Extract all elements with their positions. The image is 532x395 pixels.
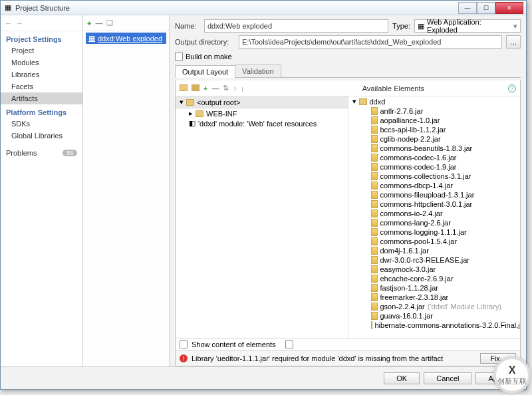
- folder-icon: [186, 99, 194, 106]
- jar-item[interactable]: bccs-api-lib-1.1.2.jar: [348, 125, 521, 134]
- jar-item[interactable]: commons-codec-1.6.jar: [348, 153, 521, 162]
- maximize-button[interactable]: ☐: [477, 2, 495, 14]
- sidebar-item-project[interactable]: Project: [1, 45, 82, 57]
- jar-item[interactable]: freemarker-2.3.18.jar: [348, 293, 521, 302]
- jar-icon: [371, 144, 378, 152]
- jar-item[interactable]: hibernate-commons-annotations-3.2.0.Fina…: [348, 321, 521, 330]
- new-folder-icon[interactable]: [180, 84, 188, 92]
- titlebar[interactable]: ▦ Project Structure — ☐ ✕: [1, 1, 526, 15]
- jar-item[interactable]: cglib-nodep-2.2.jar: [348, 134, 521, 144]
- tree-item-webinf[interactable]: ▸ WEB-INF: [176, 108, 348, 118]
- jar-item[interactable]: commons-collections-3.1.jar: [348, 172, 521, 181]
- jar-label: easymock-3.0.jar: [380, 265, 436, 273]
- jar-icon: [371, 303, 378, 311]
- tab-output-layout[interactable]: Output Layout: [175, 65, 235, 78]
- tree-item-label: WEB-INF: [206, 110, 237, 118]
- watermark: X 创新互联: [493, 356, 531, 394]
- jar-label: cglib-nodep-2.2.jar: [380, 135, 441, 143]
- jar-item[interactable]: commons-fileupload-1.3.1.jar: [348, 190, 521, 199]
- artifact-item-selected[interactable]: ▦ ddxd:Web exploded: [86, 33, 166, 44]
- jar-icon: [371, 237, 378, 245]
- new-archive-icon[interactable]: [192, 84, 200, 92]
- name-input[interactable]: [204, 19, 388, 33]
- jar-item[interactable]: guava-16.0.1.jar: [348, 311, 521, 321]
- build-on-make-checkbox[interactable]: [175, 53, 183, 61]
- jar-item[interactable]: dwr-3.0.0-rc3-RELEASE.jar: [348, 255, 521, 265]
- sidebar-item-problems[interactable]: Problems 58: [1, 147, 82, 159]
- sidebar-item-facets[interactable]: Facets: [1, 80, 82, 92]
- sidebar-item-global-libraries[interactable]: Global Libraries: [1, 130, 82, 142]
- available-elements-tree[interactable]: ▾ ddxd antlr-2.7.6.jar aopalliance-1.0.j…: [348, 96, 521, 338]
- secondary-checkbox[interactable]: [285, 340, 293, 348]
- add-copy-icon[interactable]: +: [203, 84, 207, 92]
- jar-item[interactable]: commons-pool-1.5.4.jar: [348, 237, 521, 246]
- show-content-checkbox[interactable]: [180, 340, 188, 348]
- jar-item[interactable]: antlr-2.7.6.jar: [348, 106, 521, 116]
- jar-item[interactable]: commons-beanutils-1.8.3.jar: [348, 144, 521, 153]
- error-row: ! Library 'ueditor-1.1.1.jar' required f…: [176, 350, 520, 366]
- section-header-platform-settings: Platform Settings: [1, 104, 82, 118]
- jar-label: freemarker-2.3.18.jar: [380, 293, 449, 301]
- expand-icon[interactable]: ▸: [189, 109, 193, 118]
- sidebar-item-modules[interactable]: Modules: [1, 57, 82, 68]
- close-button[interactable]: ✕: [495, 2, 523, 14]
- tab-validation[interactable]: Validation: [235, 65, 281, 77]
- tree-item-facet[interactable]: ◧ 'ddxd' module: 'Web' facet resources: [176, 118, 348, 128]
- back-icon[interactable]: ←: [5, 19, 12, 27]
- jar-item[interactable]: fastjson-1.1.28.jar: [348, 283, 521, 293]
- jar-label: gson-2.2.4.jar: [380, 303, 425, 311]
- ok-button[interactable]: OK: [384, 372, 420, 384]
- minimize-button[interactable]: —: [458, 2, 477, 14]
- artifact-item-label: ddxd:Web exploded: [98, 35, 162, 43]
- module-root-label: ddxd: [370, 98, 386, 106]
- remove-icon[interactable]: —: [211, 84, 219, 92]
- jar-item[interactable]: aopalliance-1.0.jar: [348, 116, 521, 125]
- folder-icon: [196, 110, 203, 117]
- jar-item[interactable]: commons-httpclient-3.0.1.jar: [348, 199, 521, 209]
- jar-item[interactable]: easymock-3.0.jar: [348, 265, 521, 274]
- jar-item[interactable]: commons-logging-1.1.1.jar: [348, 227, 521, 237]
- expand-icon[interactable]: ▾: [352, 97, 356, 106]
- type-value: Web Application: Exploded: [427, 18, 511, 34]
- outdir-input[interactable]: [239, 35, 502, 49]
- expand-icon[interactable]: ▾: [180, 98, 184, 106]
- output-tree[interactable]: ▾ <output root> ▸ WEB-INF ◧ 'ddxd' modul…: [176, 96, 348, 338]
- jar-icon: [371, 126, 378, 134]
- move-up-icon[interactable]: ↑: [233, 84, 237, 92]
- output-root-label: <output root>: [197, 98, 240, 106]
- sidebar-item-artifacts[interactable]: Artifacts: [1, 92, 82, 104]
- jar-icon: [371, 172, 378, 180]
- forward-icon[interactable]: →: [16, 19, 23, 27]
- move-down-icon[interactable]: ↓: [241, 84, 245, 92]
- error-icon: !: [180, 354, 188, 362]
- output-root-row[interactable]: ▾ <output root>: [176, 96, 348, 108]
- jar-label: commons-codec-1.9.jar: [380, 163, 457, 171]
- sort-icon[interactable]: ⇅: [223, 84, 229, 92]
- module-root-row[interactable]: ▾ ddxd: [348, 96, 521, 106]
- outdir-label: Output directory:: [175, 38, 235, 46]
- add-artifact-icon[interactable]: +: [87, 19, 91, 27]
- jar-item[interactable]: commons-io-2.4.jar: [348, 209, 521, 218]
- artifact-editor-panel: Name: Type: ▦ Web Application: Exploded …: [170, 15, 526, 366]
- jar-icon: [371, 182, 378, 190]
- help-icon[interactable]: ?: [508, 84, 516, 92]
- jar-label: bccs-api-lib-1.1.2.jar: [380, 126, 446, 134]
- jar-icon: [371, 247, 378, 255]
- sidebar-item-libraries[interactable]: Libraries: [1, 68, 82, 80]
- copy-artifact-icon[interactable]: ❏: [106, 19, 113, 27]
- jar-item[interactable]: commons-dbcp-1.4.jar: [348, 181, 521, 190]
- type-combo[interactable]: ▦ Web Application: Exploded ▾: [414, 19, 521, 33]
- jar-item[interactable]: dom4j-1.6.1.jar: [348, 246, 521, 255]
- remove-artifact-icon[interactable]: —: [95, 19, 102, 27]
- jar-item[interactable]: ehcache-core-2.6.9.jar: [348, 274, 521, 283]
- jar-item[interactable]: gson-2.2.4.jar ('ddxd' Module Library): [348, 302, 521, 311]
- jar-label: dom4j-1.6.1.jar: [380, 247, 429, 255]
- jar-label: commons-logging-1.1.1.jar: [380, 228, 467, 236]
- jar-item[interactable]: commons-lang-2.6.jar: [348, 218, 521, 227]
- sidebar-item-sdks[interactable]: SDKs: [1, 118, 82, 130]
- jar-item[interactable]: commons-codec-1.9.jar: [348, 162, 521, 172]
- show-content-label: Show content of elements: [192, 340, 276, 348]
- jar-label: commons-collections-3.1.jar: [380, 172, 471, 180]
- cancel-button[interactable]: Cancel: [424, 372, 471, 384]
- browse-button[interactable]: …: [506, 35, 521, 49]
